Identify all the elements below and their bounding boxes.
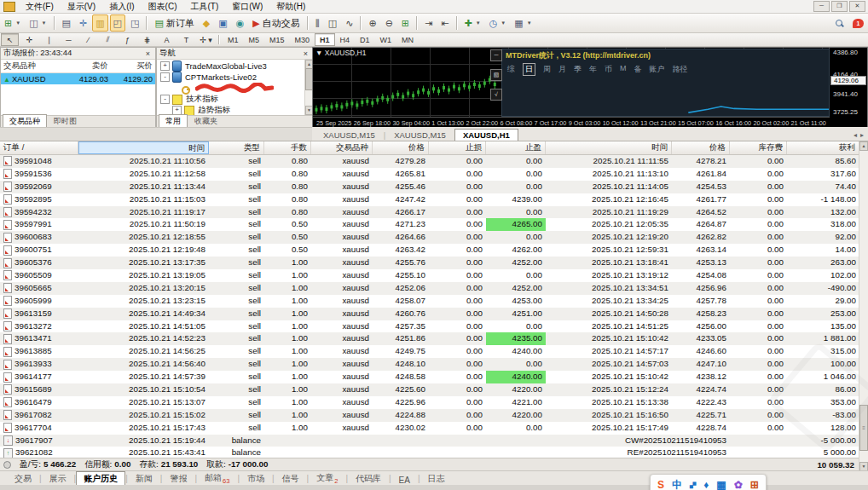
- mql5-notifications-button[interactable]: 1: [849, 14, 867, 32]
- toolbox[interactable]: ⊞: [750, 479, 759, 490]
- history-column-header[interactable]: 订单 /: [0, 141, 78, 154]
- period-h1-button[interactable]: H1: [315, 33, 335, 46]
- history-row[interactable]: 396139332025.10.21 14:56:40sell1.00xauus…: [0, 358, 868, 371]
- auto-scroll-button[interactable]: ⇥: [421, 14, 436, 32]
- navigator-close-icon[interactable]: ×: [301, 49, 310, 58]
- menu-item[interactable]: 显示(V): [61, 1, 102, 13]
- period-d1-button[interactable]: D1: [355, 33, 375, 46]
- market-watch-tab[interactable]: 即时图: [47, 114, 84, 128]
- menu-item[interactable]: 帮助(H): [269, 1, 312, 13]
- fibonacci-retracement-tool-button[interactable]: ƒ: [119, 33, 136, 46]
- autotrading-button[interactable]: ▶自动交易: [249, 14, 303, 32]
- market-watch-tab[interactable]: 交易品种: [3, 114, 47, 128]
- cursor-mode-button[interactable]: ▤: [59, 14, 74, 32]
- history-column-header[interactable]: 获利: [787, 141, 859, 154]
- terminal-tab-警报[interactable]: 警报: [162, 471, 194, 486]
- history-row[interactable]: 396132722025.10.21 14:51:05sell1.00xauus…: [0, 320, 868, 333]
- metaeditor-button[interactable]: ◆: [200, 14, 213, 32]
- history-row[interactable]: 395942322025.10.21 11:19:17sell0.80xauus…: [0, 206, 868, 219]
- text-tool-button[interactable]: A: [158, 33, 176, 46]
- history-row[interactable]: 396059992025.10.21 13:23:15sell1.00xauus…: [0, 295, 868, 308]
- terminal-tab-展示[interactable]: 展示: [42, 471, 74, 486]
- terminal-tab-账户历史[interactable]: 账户历史: [76, 471, 125, 486]
- tabs-scroll-right[interactable]: ▸: [860, 131, 864, 139]
- strategy-tester-toggle-button[interactable]: ◳: [127, 14, 142, 32]
- terminal-tab-日志[interactable]: 日志: [420, 471, 453, 486]
- indicators-list-button[interactable]: ✚▼: [461, 14, 484, 32]
- history-row[interactable]: ↓396179072025.10.21 15:19:44balanceCW#20…: [0, 435, 868, 447]
- period-h4-button[interactable]: H4: [335, 33, 356, 46]
- market-watch-column-header[interactable]: 卖价: [65, 60, 111, 72]
- history-row[interactable]: 396134712025.10.21 14:52:23sell1.00xauus…: [0, 332, 868, 345]
- sogou-logo[interactable]: S: [657, 479, 664, 490]
- new-chart-button[interactable]: ⊞▼: [1, 14, 24, 32]
- market-watch-column-header[interactable]: 买价: [111, 60, 155, 72]
- history-column-header[interactable]: 止损: [429, 141, 486, 154]
- market-watch-column-header[interactable]: 交易品种: [1, 60, 65, 72]
- mtdriver-settings-button[interactable]: ▧: [490, 69, 502, 81]
- mtdriver-confirm-button[interactable]: √: [490, 89, 502, 101]
- menu-item[interactable]: 窗口(W): [225, 1, 269, 13]
- cursor-tool-button[interactable]: ↖: [1, 33, 19, 46]
- history-row[interactable]: 395928952025.10.21 11:15:03sell0.80xauus…: [0, 193, 868, 206]
- history-column-header[interactable]: 价格: [672, 141, 730, 154]
- market-watch-row[interactable]: ▲XAUUSD4129.034129.20: [1, 73, 155, 84]
- account-server-cptmarkets[interactable]: -CPTMarkets-Live02: [157, 72, 313, 83]
- minimize-button[interactable]: ─: [813, 1, 830, 12]
- zoom-out-button[interactable]: ⊖: [382, 14, 396, 32]
- history-column-header[interactable]: 止盈: [486, 141, 546, 154]
- menu-item[interactable]: 图表(C): [142, 1, 184, 13]
- voice-input[interactable]: ♦: [703, 479, 709, 490]
- history-row[interactable]: 395915362025.10.21 11:12:58sell0.80xauus…: [0, 168, 868, 181]
- templates-button[interactable]: ▦▼: [511, 14, 535, 32]
- navigator-tab[interactable]: 常用: [159, 114, 188, 128]
- technical-indicators-folder[interactable]: -技术指标: [157, 94, 313, 105]
- account-server-trademax[interactable]: +TradeMaxGlobal-Live3: [157, 61, 313, 72]
- profiles-button[interactable]: ◫▼: [26, 14, 49, 32]
- period-m30-button[interactable]: M30: [290, 33, 315, 46]
- trendline-tool-button[interactable]: ∕: [79, 33, 97, 46]
- andrews-pitchfork-tool-button[interactable]: ⋕: [138, 33, 156, 46]
- terminal-tab-文章[interactable]: 文章2: [309, 470, 345, 486]
- terminal-tab-EA[interactable]: EA: [391, 474, 418, 486]
- history-row[interactable]: 396007512025.10.21 12:19:48sell0.50xauus…: [0, 244, 868, 257]
- period-m5-button[interactable]: M5: [244, 33, 265, 46]
- terminal-tab-市场[interactable]: 市场: [240, 471, 272, 486]
- close-button[interactable]: ✕: [849, 1, 865, 12]
- zoom-in-button[interactable]: ⊕: [365, 14, 379, 32]
- history-column-header[interactable]: 交易品种: [311, 141, 373, 154]
- menu-item[interactable]: 插入(I): [102, 1, 141, 13]
- history-row[interactable]: 396131592025.10.21 14:49:34sell1.00xauus…: [0, 308, 868, 320]
- terminal-tab-邮箱[interactable]: 邮箱63: [197, 470, 237, 486]
- history-column-header[interactable]: 手数: [264, 141, 311, 154]
- history-row[interactable]: 396006832025.10.21 12:18:55sell0.50xauus…: [0, 231, 868, 244]
- terminal-tab-新闻[interactable]: 新闻: [128, 471, 160, 486]
- history-column-header[interactable]: 库存费: [730, 141, 787, 154]
- horizontal-line-tool-button[interactable]: ─: [60, 33, 78, 46]
- menu-item[interactable]: 文件(F): [19, 1, 61, 13]
- tree-expander-icon[interactable]: -: [160, 72, 170, 82]
- scroll-up-icon[interactable]: ▲: [859, 141, 868, 151]
- vertical-line-tool-button[interactable]: ∣: [40, 33, 58, 46]
- terminal-tab-交易[interactable]: 交易: [7, 471, 39, 486]
- chart-shift-button[interactable]: ⇤: [437, 14, 452, 32]
- history-row[interactable]: 396164792025.10.21 15:13:07sell1.00xauus…: [0, 396, 868, 409]
- soft-keyboard[interactable]: ▦: [716, 479, 726, 490]
- terminal-tab-代码库[interactable]: 代码库: [348, 471, 389, 486]
- terminal-toggle-button[interactable]: ▣: [215, 14, 230, 32]
- skin-center[interactable]: ✿: [734, 479, 743, 490]
- tree-expander-icon[interactable]: +: [160, 61, 170, 71]
- search-button[interactable]: [831, 14, 848, 32]
- history-row[interactable]: 396138852025.10.21 14:56:25sell1.00xauus…: [0, 345, 868, 358]
- history-row[interactable]: 396170822025.10.21 15:15:02sell1.00xauus…: [0, 409, 868, 422]
- period-m1-button[interactable]: M1: [223, 33, 244, 46]
- market-watch-close-icon[interactable]: ×: [143, 49, 153, 58]
- line-chart-mode-button[interactable]: ∿: [342, 14, 356, 32]
- text-label-tool-button[interactable]: T: [177, 33, 195, 46]
- chart-window[interactable]: ▼ XAUUSD,H1 ─▧√ MTDriver统计 , V3.12 (http…: [312, 47, 868, 129]
- new-order-button[interactable]: ▤新订单: [151, 14, 197, 32]
- period-w1-button[interactable]: W1: [375, 33, 397, 46]
- equidistant-channel-tool-button[interactable]: ⫽: [99, 33, 117, 46]
- history-row[interactable]: 396141772025.10.21 14:57:39sell1.00xauus…: [0, 371, 868, 383]
- chart-tab[interactable]: XAUUSD,M15: [315, 129, 384, 141]
